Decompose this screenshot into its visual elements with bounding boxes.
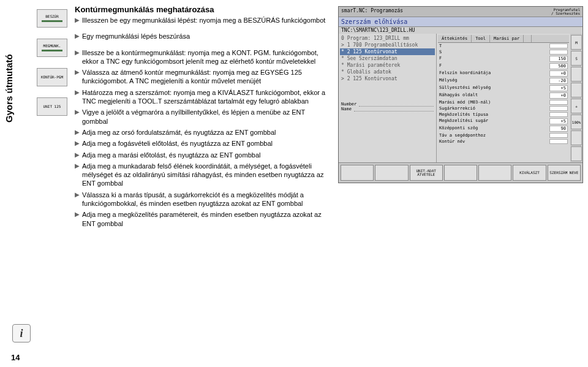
list-arrow-icon: ▶ (75, 151, 80, 159)
cnc-tabs: Áttekintés Tool Marási par (438, 35, 569, 43)
cnc-mode-label: Programfutel/ Szerkesztés (551, 8, 580, 15)
tab-tool[interactable]: Tool (472, 35, 490, 42)
cnc-prog-line: * See Szerszámdatan (340, 55, 435, 62)
cnc-prog-line: 0 Program: 123_DRILL mm (340, 35, 435, 42)
softkey[interactable]: UNIT-ADAT ÁTVÉTELE (410, 165, 443, 181)
info-icon: i (12, 324, 31, 342)
list-arrow-icon: ▶ (75, 162, 80, 170)
instr-text: Határozza meg a szerszámot: nyomja meg a… (82, 88, 329, 106)
cnc-side-btn[interactable] (571, 146, 582, 161)
softkey[interactable] (341, 165, 374, 181)
cnc-side-btn[interactable]: 100% (571, 115, 582, 129)
instr-text: Illesszen be egy megmunkálási lépést: ny… (82, 16, 329, 25)
instr-text: Adja meg a marási előtolást, és nyugtázz… (82, 151, 329, 159)
cnc-side-btn[interactable]: + (571, 99, 582, 113)
instr-text: Adja meg az orsó fordulatszámát, és nyug… (82, 128, 329, 137)
instr-text: Egy megmunkálási lépés beszúrása (82, 32, 329, 40)
softkey[interactable] (375, 165, 408, 181)
instr-text: Válassza ki a marás típusát, a sugárkorr… (82, 191, 329, 208)
softkey[interactable]: KIVÁLASZT (513, 165, 546, 181)
cnc-prog-line: > 1 700 Programbeállítások (340, 42, 435, 48)
list-arrow-icon: ▶ (75, 48, 80, 56)
tab-mill[interactable]: Marási par (490, 35, 524, 42)
step-icons: BESZÚR MEGMUNK. KONTÚR-PGM UNIT 125 (37, 9, 69, 116)
tab-scroll[interactable] (524, 35, 532, 42)
cnc-program-list: 0 Program: 123_DRILL mm > 1 700 Programb… (339, 34, 437, 162)
cnc-prog-line: * Marási paraméterek (340, 62, 435, 69)
icon-label: MEGMUNK. (43, 44, 61, 48)
name-label: Name (341, 107, 352, 112)
tab-overview[interactable]: Áttekintés (438, 35, 472, 42)
beszur-button[interactable]: BESZÚR (37, 9, 67, 28)
cnc-subtitle: Szerszám előhívása (339, 17, 582, 27)
icon-label: KONTÚR-PGM (41, 75, 63, 80)
cnc-side-btn[interactable] (571, 67, 582, 81)
cnc-side-btn[interactable]: M (571, 35, 582, 50)
instr-text: Vigye a jelölőt a végmaróra a nyílbillen… (82, 108, 329, 126)
cnc-softkey-row: UNIT-ADAT ÁTVÉTELE KIVÁLASZT SZERSZÁM NE… (339, 162, 582, 183)
instr-text: Adja meg a fogásvételi előtolást, és nyu… (82, 139, 329, 148)
instruction-column: Kontúrmegmunkálás meghatározása ▶Illessz… (75, 5, 329, 230)
list-arrow-icon: ▶ (75, 68, 80, 76)
cnc-title-text: smarT.NC: Programozás (341, 8, 403, 15)
list-arrow-icon: ▶ (75, 139, 80, 147)
number-label: Number (341, 102, 356, 107)
softkey[interactable] (444, 165, 477, 181)
instr-text: Adja meg a munkadarab felső élének koord… (82, 162, 329, 188)
cnc-screenshot: smarT.NC: Programozás Programfutel/ Szer… (338, 6, 583, 183)
page-sidebar-label: Gyors útmutató (4, 54, 14, 123)
instr-text: Illessze be a kontúrmegmunkálást: nyomja… (82, 48, 329, 66)
list-arrow-icon: ▶ (75, 210, 80, 218)
cnc-side-btn[interactable]: S (571, 51, 582, 66)
section-title: Kontúrmegmunkálás meghatározása (75, 5, 329, 14)
cnc-side-btn[interactable] (571, 131, 582, 145)
list-arrow-icon: ▶ (75, 128, 80, 136)
list-arrow-icon: ▶ (75, 32, 80, 40)
insert-icon (42, 20, 62, 22)
list-arrow-icon: ▶ (75, 16, 80, 24)
cnc-path-row: TNC:\SMARTNC\123_DRILL.HU (339, 27, 582, 34)
list-arrow-icon: ▶ (75, 88, 80, 96)
instr-text: Válassza az átmenő kontúr megmunkálást: … (82, 68, 329, 86)
machining-icon (42, 50, 62, 51)
softkey[interactable] (478, 165, 511, 181)
kontur-pgm-button[interactable]: KONTÚR-PGM (37, 68, 67, 86)
page-number: 14 (11, 353, 20, 362)
cnc-params: Áttekintés Tool Marási par T S F150 F500… (437, 34, 570, 162)
list-arrow-icon: ▶ (75, 191, 80, 199)
cnc-right-buttons: M S + 100% (570, 34, 582, 162)
cnc-path: TNC:\SMARTNC\123_DRILL.HU (341, 28, 415, 33)
list-arrow-icon: ▶ (75, 108, 80, 116)
icon-label: BESZÚR (45, 15, 59, 19)
cnc-titlebar: smarT.NC: Programozás Programfutel/ Szer… (339, 7, 582, 17)
instr-text: Adja meg a megközelítés paramétereit, és… (82, 210, 329, 228)
cnc-side-btn[interactable] (571, 83, 582, 97)
megmunk-button[interactable]: MEGMUNK. (37, 39, 67, 57)
softkey[interactable]: SZERSZÁM NEVE (548, 165, 581, 181)
cnc-prog-line: > 2 125 Kontúrvonat (340, 75, 435, 82)
cnc-prog-line-selected[interactable]: * 2 125 Kontúrvonat (340, 48, 435, 55)
unit-125-button[interactable]: UNIT 125 (37, 97, 67, 116)
icon-label: UNIT 125 (43, 105, 61, 109)
cnc-prog-line: * Globális adatok (340, 69, 435, 75)
